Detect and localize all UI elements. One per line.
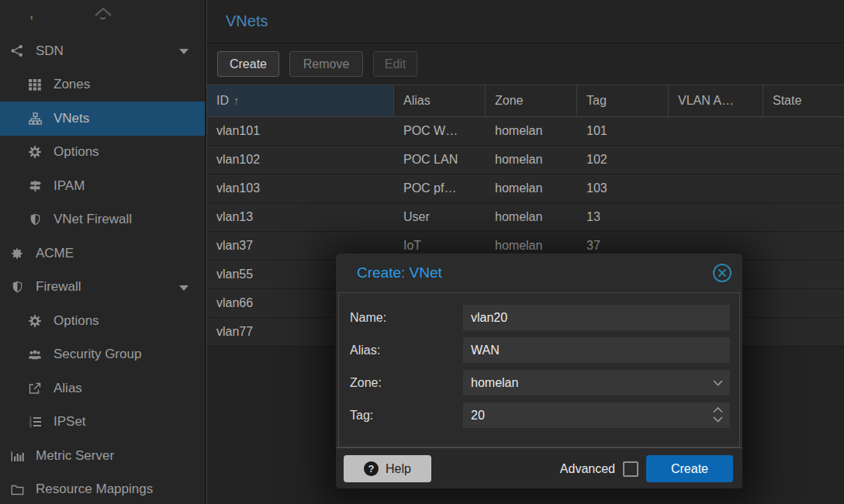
- remove-button[interactable]: Remove: [289, 51, 363, 77]
- sidebar-item-label: IPAM: [54, 178, 85, 194]
- table-cell: 102: [577, 146, 669, 174]
- table-cell: [669, 146, 763, 174]
- sidebar-item-label: Alias: [54, 381, 82, 396]
- sidebar-item-label: VNet Firewall: [54, 212, 132, 227]
- chevron-down-icon[interactable]: [178, 47, 189, 55]
- column-header-alias[interactable]: Alias: [394, 85, 486, 116]
- list-ordered-icon: 1 2 3: [28, 416, 42, 429]
- panel-titlebar: VNets: [207, 0, 844, 43]
- table-cell: 103: [577, 174, 669, 202]
- table-cell: 13: [577, 203, 669, 231]
- share-nodes-icon: [10, 44, 24, 57]
- zone-label: Zone:: [350, 376, 463, 390]
- column-header-zone[interactable]: Zone: [486, 85, 577, 116]
- table-header: ID↑ Alias Zone Tag VLAN A… State: [207, 85, 844, 117]
- sidebar-item-sdn[interactable]: SDN: [0, 34, 205, 68]
- chevron-down-icon[interactable]: [713, 380, 723, 386]
- sidebar-scroll-area: ,: [0, 0, 205, 34]
- dialog-title: Create: VNet: [357, 264, 442, 281]
- table-row[interactable]: vlan13 User homelan 13: [207, 203, 844, 232]
- partial-scrolled-item: ,: [29, 5, 33, 22]
- sitemap-icon: [28, 112, 42, 125]
- table-cell: vlan102: [207, 146, 394, 174]
- folder-icon: [10, 483, 24, 496]
- sidebar-item-label: SDN: [36, 43, 64, 59]
- sidebar-item-firewall[interactable]: Firewall: [0, 271, 205, 305]
- gear-icon: [28, 314, 42, 327]
- column-header-id[interactable]: ID↑: [207, 85, 394, 116]
- sidebar-item-vnets[interactable]: VNets: [0, 102, 205, 136]
- column-header-vlan-aware[interactable]: VLAN A…: [669, 85, 763, 116]
- table-cell: POC pf…: [394, 174, 486, 202]
- question-icon: ?: [364, 461, 379, 476]
- table-cell: [763, 174, 844, 202]
- sidebar-item-options-firewall[interactable]: Options: [0, 304, 205, 338]
- table-cell: [669, 174, 763, 202]
- table-cell: homelan: [486, 117, 577, 145]
- sidebar-item-label: Options: [54, 144, 99, 160]
- help-button[interactable]: ? Help: [344, 455, 431, 482]
- toolbar: Create Remove Edit: [207, 43, 844, 85]
- chevron-down-icon[interactable]: [178, 284, 189, 292]
- zone-select[interactable]: [463, 370, 730, 395]
- sidebar-item-metric-server[interactable]: Metric Server: [0, 439, 205, 473]
- table-cell: POC W…: [394, 117, 486, 145]
- table-cell: homelan: [486, 174, 577, 202]
- spinner-up-icon[interactable]: [713, 407, 723, 413]
- sidebar-item-ipset[interactable]: 1 2 3 IPSet: [0, 406, 205, 440]
- help-button-label: Help: [386, 462, 411, 476]
- close-icon[interactable]: [713, 264, 732, 282]
- name-input[interactable]: [463, 305, 730, 330]
- column-header-tag[interactable]: Tag: [577, 85, 669, 116]
- seal-icon: [10, 247, 24, 260]
- advanced-checkbox[interactable]: [623, 461, 638, 477]
- table-cell: [669, 117, 763, 145]
- nav-sidebar: , SDN: [0, 0, 206, 504]
- alias-input[interactable]: [463, 337, 730, 363]
- sidebar-item-ipam[interactable]: IPAM: [0, 169, 205, 203]
- column-label: ID: [216, 94, 229, 107]
- sidebar-item-vnet-firewall[interactable]: VNet Firewall: [0, 203, 205, 237]
- table-row[interactable]: vlan102 POC LAN homelan 102: [207, 146, 844, 174]
- gear-icon: [28, 146, 42, 159]
- table-cell: homelan: [486, 146, 577, 174]
- sidebar-item-alias[interactable]: Alias: [0, 371, 205, 406]
- sort-asc-icon: ↑: [233, 94, 240, 107]
- create-button[interactable]: Create: [217, 51, 279, 77]
- sidebar-item-label: Metric Server: [36, 448, 114, 464]
- table-row[interactable]: vlan101 POC W… homelan 101: [207, 117, 844, 146]
- table-row[interactable]: vlan103 POC pf… homelan 103: [207, 174, 844, 203]
- create-vnet-dialog: Create: VNet Name: Alias: Zon: [336, 254, 742, 488]
- dialog-form: Name: Alias: Zone:: [338, 292, 740, 447]
- tag-label: Tag:: [350, 409, 463, 423]
- name-label: Name:: [350, 311, 463, 325]
- external-link-icon: [28, 381, 42, 395]
- table-cell: POC LAN: [394, 146, 486, 174]
- table-cell: [763, 146, 844, 174]
- table-cell: [763, 289, 844, 317]
- sidebar-item-options-sdn[interactable]: Options: [0, 136, 205, 170]
- dialog-create-button[interactable]: Create: [646, 455, 733, 482]
- dialog-header[interactable]: Create: VNet: [336, 254, 742, 292]
- alias-label: Alias:: [350, 343, 463, 357]
- sidebar-item-acme[interactable]: ACME: [0, 236, 205, 271]
- sidebar-item-label: Zones: [54, 77, 90, 92]
- table-cell: homelan: [486, 203, 577, 231]
- scroll-up-icon[interactable]: [92, 5, 114, 22]
- sidebar-item-resource-mappings[interactable]: Resource Mappings: [0, 473, 205, 504]
- sidebar-item-zones[interactable]: Zones: [0, 68, 205, 102]
- spinner-down-icon[interactable]: [713, 416, 723, 423]
- table-cell: [763, 117, 844, 145]
- sidebar-item-security-group[interactable]: Security Group: [0, 338, 205, 372]
- sidebar-item-label: Security Group: [54, 347, 141, 362]
- edit-button[interactable]: Edit: [373, 51, 417, 77]
- column-header-state[interactable]: State: [763, 85, 844, 116]
- sidebar-item-label: Options: [54, 313, 99, 329]
- users-icon: [28, 348, 42, 361]
- sidebar-item-label: ACME: [36, 246, 74, 261]
- tag-input[interactable]: [463, 402, 730, 428]
- table-cell: 101: [577, 117, 669, 145]
- table-cell: vlan101: [207, 117, 394, 145]
- dialog-footer: ? Help Advanced Create: [336, 447, 742, 488]
- table-cell: [763, 318, 844, 346]
